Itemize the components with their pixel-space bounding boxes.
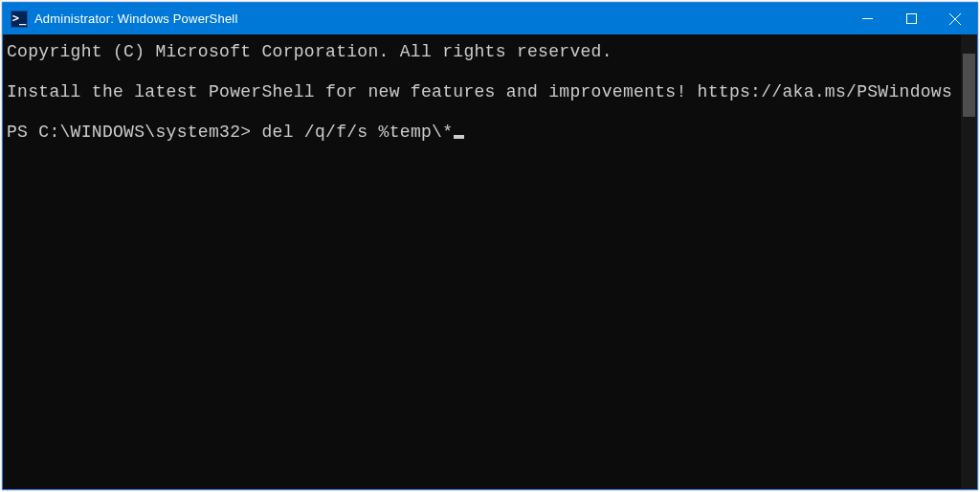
- powershell-window: >_ Administrator: Windows PowerShell: [2, 2, 978, 490]
- close-icon: [949, 13, 961, 25]
- maximize-icon: [906, 13, 917, 24]
- svg-rect-1: [906, 14, 916, 24]
- window-controls: [845, 3, 977, 34]
- install-hint-text: Install the latest PowerShell for new fe…: [7, 82, 952, 101]
- console-body[interactable]: Copyright (C) Microsoft Corporation. All…: [3, 34, 977, 489]
- scrollbar-track[interactable]: [961, 34, 977, 489]
- console-text-area[interactable]: Copyright (C) Microsoft Corporation. All…: [3, 34, 961, 489]
- text-cursor: [454, 135, 464, 139]
- copyright-text: Copyright (C) Microsoft Corporation. All…: [7, 42, 612, 61]
- minimize-icon: [862, 13, 873, 24]
- minimize-button[interactable]: [845, 3, 889, 34]
- window-title: Administrator: Windows PowerShell: [34, 11, 845, 26]
- scrollbar-thumb[interactable]: [963, 54, 975, 117]
- close-button[interactable]: [933, 3, 977, 34]
- powershell-icon: >_: [11, 11, 28, 28]
- prompt-text: PS C:\WINDOWS\system32>: [7, 123, 251, 142]
- maximize-button[interactable]: [889, 3, 933, 34]
- powershell-icon-glyph: >_: [12, 12, 26, 24]
- titlebar[interactable]: >_ Administrator: Windows PowerShell: [3, 3, 977, 34]
- command-text: del /q/f/s %temp\*: [261, 123, 453, 142]
